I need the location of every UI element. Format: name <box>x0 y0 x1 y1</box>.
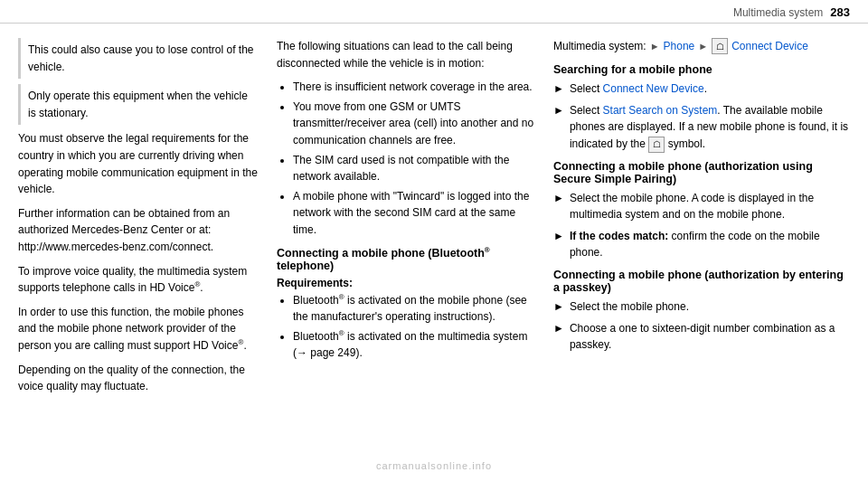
list-item: The SIM card used is not compatible with… <box>293 152 539 185</box>
left-para-1: You must observe the legal requirements … <box>18 130 262 197</box>
arrow-icon-1: ► <box>553 80 564 98</box>
passkey-step-1: ► Select the mobile phone. <box>553 298 850 316</box>
note-box-1: This could also cause you to lose contro… <box>18 38 262 79</box>
right-column: Multimedia system: ► Phone ► ☖ Connect D… <box>553 38 850 402</box>
passkey-heading: Connecting a mobile phone (authorization… <box>553 269 850 294</box>
mid-bullet-list: There is insufficient network coverage i… <box>277 79 539 238</box>
arrow-icon-3: ► <box>553 190 564 207</box>
left-para-5: Depending on the quality of the connecti… <box>18 362 262 395</box>
mid-intro: The following situations can lead to the… <box>277 38 539 71</box>
passkey-step-1-text: Select the mobile phone. <box>570 298 689 316</box>
pairing-step-2: ► If the codes match: confirm the code o… <box>553 228 850 261</box>
connect-new-device-link[interactable]: Connect New Device <box>603 82 704 95</box>
search-step-1-text: Select Connect New Device. <box>570 80 707 98</box>
main-content: This could also cause you to lose contro… <box>0 24 868 417</box>
bluetooth-heading: Connecting a mobile phone (Bluetooth® te… <box>277 246 539 272</box>
requirements-list: Bluetooth® is activated on the mobile ph… <box>277 292 539 362</box>
pairing-step-1: ► Select the mobile phone. A code is dis… <box>553 190 850 223</box>
codes-match-label: If the codes match: <box>570 230 668 242</box>
pairing-heading: Connecting a mobile phone (authorization… <box>553 160 850 185</box>
start-search-link[interactable]: Start Search on System <box>603 104 718 117</box>
breadcrumb-arrow-2: ► <box>698 41 708 52</box>
left-column: This could also cause you to lose contro… <box>18 38 262 402</box>
header-title: Multimedia system <box>733 6 823 19</box>
note-text-2: Only operate this equipment when the veh… <box>28 88 255 121</box>
found-icon: ☖ <box>648 137 665 153</box>
list-item: Bluetooth® is activated on the multimedi… <box>293 328 539 362</box>
note-text-1: This could also cause you to lose contro… <box>28 42 255 75</box>
left-para-3: To improve voice quality, the multimedia… <box>18 263 262 297</box>
pairing-step-2-text: If the codes match: confirm the code on … <box>570 228 850 261</box>
list-item: You move from one GSM or UMTS transmitte… <box>293 99 539 149</box>
list-item: There is insufficient network coverage i… <box>293 79 539 96</box>
search-step-2-text: Select Start Search on System. The avail… <box>570 102 850 153</box>
watermark: carmanualsonline.info <box>376 460 492 471</box>
breadcrumb-connect[interactable]: Connect Device <box>731 40 808 52</box>
page-header: Multimedia system 283 <box>0 0 868 24</box>
passkey-step-2: ► Choose a one to sixteen-digit number c… <box>553 320 850 354</box>
left-para-4: In order to use this function, the mobil… <box>18 304 262 354</box>
arrow-icon-6: ► <box>553 320 564 337</box>
arrow-icon-2: ► <box>553 102 564 119</box>
passkey-step-2-text: Choose a one to sixteen-digit number com… <box>570 320 850 354</box>
arrow-icon-5: ► <box>553 298 564 316</box>
arrow-icon-4: ► <box>553 228 564 245</box>
breadcrumb-arrow-1: ► <box>650 41 660 52</box>
search-heading: Searching for a mobile phone <box>553 63 850 76</box>
search-step-2: ► Select Start Search on System. The ava… <box>553 102 850 153</box>
breadcrumb-prefix: Multimedia system: <box>553 40 646 52</box>
requirements-heading: Requirements: <box>277 277 539 289</box>
left-para-2: Further information can be obtained from… <box>18 205 262 256</box>
breadcrumb: Multimedia system: ► Phone ► ☖ Connect D… <box>553 38 850 54</box>
breadcrumb-icon: ☖ <box>712 38 728 54</box>
pairing-step-1-text: Select the mobile phone. A code is displ… <box>570 190 850 223</box>
mid-column: The following situations can lead to the… <box>277 38 539 402</box>
list-item: A mobile phone with "Twincard" is logged… <box>293 188 539 239</box>
note-box-2: Only operate this equipment when the veh… <box>18 84 262 125</box>
breadcrumb-phone[interactable]: Phone <box>664 40 695 52</box>
page-number: 283 <box>830 5 850 19</box>
search-step-1: ► Select Connect New Device. <box>553 80 850 98</box>
list-item: Bluetooth® is activated on the mobile ph… <box>293 292 539 326</box>
